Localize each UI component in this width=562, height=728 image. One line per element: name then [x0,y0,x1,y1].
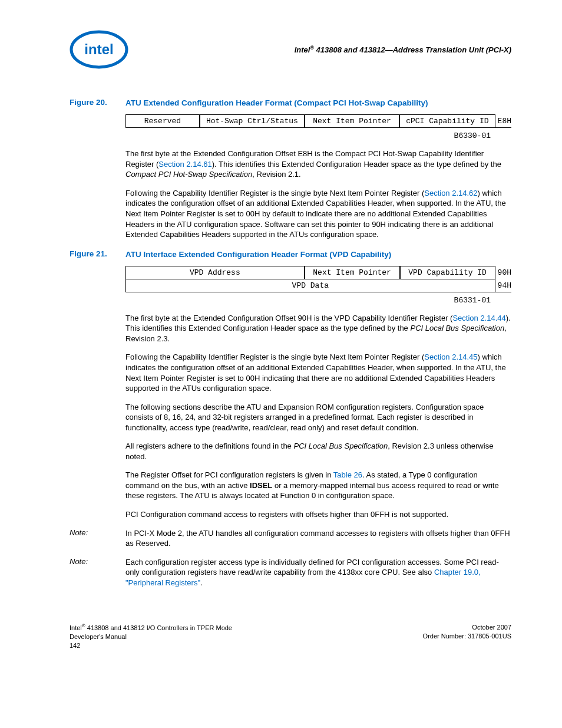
paragraph: Following the Capability Identifier Regi… [125,188,511,240]
reg-cell: Reserved [126,115,200,128]
paragraph: PCI Configuration command access to regi… [125,509,511,520]
footer-right: October 2007 Order Number: 317805-001US [423,623,511,650]
paragraph: The following sections describe the ATU … [125,402,511,433]
reg-offset: 90H [495,266,511,279]
figure-label: Figure 21. [70,249,125,258]
diagram-code: B6330-01 [125,131,493,140]
note-text: Each configuration register access type … [125,557,511,588]
register-table: Reserved Hot-Swap Ctrl/Status Next Item … [125,114,511,128]
reg-cell: VPD Address [126,266,305,279]
reg-offset: 94H [495,279,511,292]
figure-title: ATU Interface Extended Configuration Hea… [125,249,391,260]
section-link[interactable]: Section 2.14.61 [158,160,211,169]
figure-20-diagram: Reserved Hot-Swap Ctrl/Status Next Item … [125,114,511,140]
register-table: VPD Address Next Item Pointer VPD Capabi… [125,266,511,292]
reg-cell: cPCI Capability ID [399,115,495,128]
paragraph: The first byte at the Extended Configura… [125,313,511,344]
diagram-code: B6331-01 [125,296,493,305]
reg-cell: Next Item Pointer [305,115,399,128]
intel-logo-icon: intel [70,29,128,70]
header-title: Intel® 413808 and 413812—Address Transla… [295,45,511,54]
reg-offset: E8H [495,115,511,128]
paragraph: Following the Capability Identifier Regi… [125,352,511,393]
note-label: Note: [70,557,125,566]
section-link[interactable]: Section 2.14.62 [424,189,477,197]
figure-21-heading: Figure 21. ATU Interface Extended Config… [70,249,511,260]
page-footer: Intel® 413808 and 413812 I/O Controllers… [70,623,511,650]
reg-cell: Hot-Swap Ctrl/Status [200,115,305,128]
reg-cell: VPD Capability ID [400,266,495,279]
section-link[interactable]: Section 2.14.45 [424,353,477,361]
note-label: Note: [70,528,125,537]
figure-title: ATU Extended Configuration Header Format… [125,98,428,108]
svg-text:intel: intel [84,41,113,57]
table-link[interactable]: Table 26 [333,470,362,479]
footer-left: Intel® 413808 and 413812 I/O Controllers… [70,623,232,650]
figure-20-heading: Figure 20. ATU Extended Configuration He… [70,98,511,108]
page-header: intel Intel® 413808 and 413812—Address T… [70,29,511,70]
note-1: Note: In PCI-X Mode 2, the ATU handles a… [70,528,511,549]
figure-21-diagram: VPD Address Next Item Pointer VPD Capabi… [125,266,511,305]
note-text: In PCI-X Mode 2, the ATU handles all con… [125,528,511,549]
reg-cell: VPD Data [126,279,495,292]
figure-label: Figure 20. [70,98,125,107]
section-link[interactable]: Section 2.14.44 [452,314,505,322]
paragraph: The first byte at the Extended Configura… [125,149,511,180]
note-2: Note: Each configuration register access… [70,557,511,588]
reg-cell: Next Item Pointer [305,266,400,279]
paragraph: The Register Offset for PCI configuratio… [125,470,511,501]
paragraph: All registers adhere to the definitions … [125,441,511,462]
